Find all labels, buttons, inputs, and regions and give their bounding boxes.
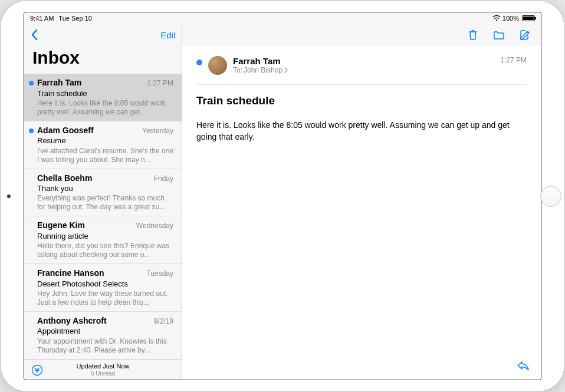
sidebar-footer: Updated Just Now 5 Unread [24, 360, 182, 380]
screen: 9:41 AM Tue Sep 10 100% Edit [24, 12, 541, 380]
message-sender: Francine Hanson [37, 268, 104, 279]
wifi-icon [492, 15, 501, 21]
message-preview: I've attached Carol's resume. She's the … [37, 147, 173, 164]
message-time: Wednesday [136, 222, 173, 230]
message-sender: Anthony Ashcroft [37, 316, 107, 327]
status-bar: 9:41 AM Tue Sep 10 100% [24, 12, 541, 24]
filter-button[interactable] [31, 364, 43, 376]
message-item[interactable]: Anthony Ashcroft9/2/19AppointmentYour ap… [24, 312, 182, 360]
message-subject: Train schedule [37, 89, 173, 98]
message-sender: Adam Gooseff [37, 126, 94, 136]
message-time: Friday [154, 174, 173, 183]
status-time: 9:41 AM [30, 15, 54, 22]
from-name[interactable]: Farrah Tam [233, 56, 494, 66]
message-preview: Hey John, Love the way these turned out.… [37, 289, 173, 307]
unread-indicator [196, 60, 202, 65]
message-subject: Train schedule [196, 94, 527, 107]
chevron-right-icon [284, 67, 288, 73]
message-time: Tuesday [146, 269, 173, 278]
message-sender: Chella Boehm [37, 173, 92, 184]
edit-button[interactable]: Edit [160, 30, 176, 40]
message-subject: Resume [37, 136, 173, 146]
message-preview: Everything was perfect! Thanks so much f… [37, 194, 173, 212]
move-folder-icon[interactable] [492, 28, 505, 41]
reader-toolbar [182, 24, 541, 45]
front-camera [7, 195, 11, 198]
unread-dot [29, 81, 34, 85]
unread-count: 5 Unread [91, 370, 115, 377]
message-reader: Farrah Tam To: John Bishop 1:27 PM Train… [182, 24, 541, 380]
message-body: Here it is. Looks like the 8:05 would wo… [196, 119, 527, 143]
message-subject: Thank you [37, 184, 173, 193]
message-subject: Appointment [37, 327, 173, 336]
message-subject: Desert Photoshoot Selects [37, 279, 173, 289]
to-line[interactable]: To: John Bishop [233, 66, 494, 74]
update-status: Updated Just Now [77, 363, 130, 370]
message-sender: Eugene Kim [37, 220, 85, 231]
message-subject: Running article [37, 232, 173, 241]
ipad-frame: 9:41 AM Tue Sep 10 100% Edit [0, 0, 565, 392]
message-preview: Your appointment with Dr. Knowles is thi… [37, 337, 173, 355]
message-item[interactable]: Adam GooseffYesterdayResumeI've attached… [24, 121, 182, 169]
message-header: Farrah Tam To: John Bishop 1:27 PM [196, 56, 527, 75]
compose-icon[interactable] [518, 28, 531, 41]
to-label: To: [233, 66, 242, 74]
message-item[interactable]: Farrah Tam1:27 PMTrain scheduleHere it i… [24, 74, 182, 121]
battery-percent: 100% [502, 15, 519, 22]
divider [196, 84, 527, 85]
message-time: 9/2/19 [154, 317, 173, 326]
message-preview: Here it is. Looks like the 8:05 would wo… [37, 99, 173, 117]
battery-icon [522, 15, 535, 21]
message-item[interactable]: Chella BoehmFridayThank youEverything wa… [24, 169, 182, 217]
message-item[interactable]: Francine HansonTuesdayDesert Photoshoot … [24, 264, 182, 312]
message-time: 1:27 PM [147, 79, 173, 88]
message-preview: Hello there, did you see this? Enrique w… [37, 242, 173, 259]
unread-dot [29, 129, 34, 133]
message-time: 1:27 PM [500, 56, 527, 64]
message-sender: Farrah Tam [37, 78, 81, 88]
sender-avatar[interactable] [208, 56, 227, 75]
home-button[interactable] [540, 186, 561, 207]
mailbox-sidebar: Edit Inbox Farrah Tam1:27 PMTrain schedu… [24, 24, 182, 380]
status-date: Tue Sep 10 [58, 15, 91, 22]
message-item[interactable]: Eugene KimWednesdayRunning articleHello … [24, 216, 182, 264]
message-time: Yesterday [142, 127, 173, 136]
reply-button[interactable] [516, 360, 530, 371]
to-name: John Bishop [244, 66, 282, 74]
trash-icon[interactable] [467, 28, 479, 41]
back-button[interactable] [30, 29, 38, 41]
message-list[interactable]: Farrah Tam1:27 PMTrain scheduleHere it i… [24, 74, 182, 360]
mailbox-title: Inbox [24, 45, 182, 74]
